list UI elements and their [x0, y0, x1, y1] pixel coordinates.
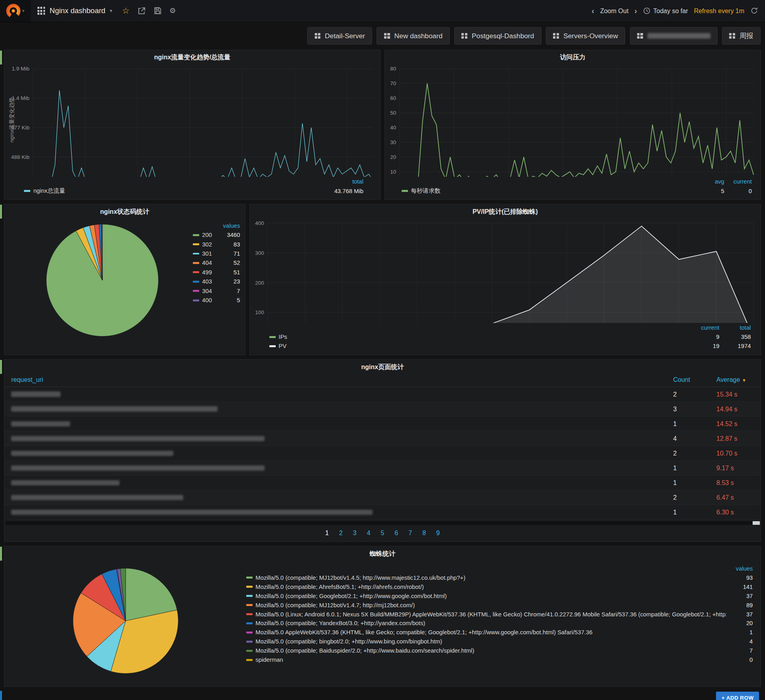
- legend-series-label[interactable]: 403: [193, 278, 220, 285]
- status-codes-legend: values2003460302833017140452499514032330…: [193, 221, 240, 305]
- average-cell: 8.53 s: [710, 475, 761, 490]
- legend-row: Mozilla/5.0 (compatible; bingbot/2.0; +h…: [246, 637, 753, 646]
- panel-title-pressure[interactable]: 访问压力: [385, 50, 761, 64]
- page-link-8[interactable]: 8: [422, 529, 426, 537]
- panel-title-traffic[interactable]: nginx流量变化趋势/总流量: [4, 50, 380, 64]
- star-dashboard-button[interactable]: ☆: [122, 6, 129, 16]
- row-toggle[interactable]: [0, 547, 2, 561]
- time-range-label: Today so far: [653, 7, 688, 15]
- legend-series-label[interactable]: spiderman: [246, 657, 726, 663]
- page-link-7[interactable]: 7: [408, 529, 412, 537]
- legend-column-header[interactable]: values: [726, 565, 753, 572]
- page-link-2[interactable]: 2: [339, 529, 343, 537]
- request-uri-cell[interactable]: [4, 402, 666, 416]
- legend-value: 71: [220, 250, 240, 257]
- save-icon[interactable]: [154, 7, 162, 15]
- legend-series-label[interactable]: Mozilla/5.0 (compatible; MJ12bot/v1.4.7;…: [246, 602, 726, 608]
- legend-column-header[interactable]: avg: [697, 178, 724, 185]
- column-header-request-uri[interactable]: request_uri: [4, 373, 666, 387]
- refresh-icon[interactable]: [750, 7, 758, 15]
- panel-title-status-codes[interactable]: nginx状态码统计: [4, 204, 245, 218]
- scrollbar-thumb[interactable]: [753, 521, 759, 525]
- legend-series-label[interactable]: 304: [193, 288, 220, 294]
- legend-series-label[interactable]: Mozilla/5.0 (Linux; Android 6.0.1; Nexus…: [246, 611, 726, 618]
- status-codes-pie-chart[interactable]: [46, 224, 159, 337]
- legend-series-label[interactable]: nginx总流量: [24, 187, 324, 195]
- row-toggle[interactable]: [0, 51, 2, 65]
- request-uri-cell[interactable]: [4, 431, 666, 446]
- svg-text:40: 40: [390, 125, 396, 131]
- page-link-1[interactable]: 1: [325, 529, 329, 537]
- legend-series-label[interactable]: Mozilla/5.0 AppleWebKit/537.36 (KHTML, l…: [246, 629, 726, 635]
- page-link-4[interactable]: 4: [367, 529, 371, 537]
- dashboard-link-blurred[interactable]: [630, 27, 718, 45]
- legend-series-label[interactable]: 400: [193, 297, 220, 303]
- chevron-right-icon[interactable]: ›: [634, 6, 637, 16]
- legend-color-swatch: [193, 253, 199, 255]
- gear-icon[interactable]: ⚙: [169, 6, 176, 15]
- refresh-interval-button[interactable]: Refresh every 1m: [694, 7, 745, 15]
- legend-row: 2003460: [193, 230, 240, 239]
- traffic-chart[interactable]: 0 b488 Kib977 Kib1.4 Mib1.9 Mib00:0002:0…: [4, 64, 380, 177]
- time-range-picker[interactable]: Today so far: [643, 7, 688, 15]
- legend-color-swatch: [193, 281, 199, 283]
- grafana-logo[interactable]: ▾: [0, 0, 31, 22]
- pvip-chart[interactable]: 010020030040000:0001:0002:0003:0004:0005…: [250, 218, 761, 323]
- legend-series-label[interactable]: PV: [269, 343, 688, 349]
- dashboard-grid-icon: [461, 33, 467, 39]
- page-link-6[interactable]: 6: [394, 529, 398, 537]
- request-uri-cell[interactable]: [4, 446, 666, 461]
- zoom-out-button[interactable]: Zoom Out: [600, 7, 628, 15]
- legend-series-label[interactable]: 每秒请求数: [402, 187, 697, 195]
- dashboard-link-postgesql-dashbord[interactable]: Postgesql-Dashbord: [454, 27, 541, 45]
- panel-title-spider-stats[interactable]: 蜘蛛统计: [4, 546, 761, 560]
- page-link-3[interactable]: 3: [353, 529, 357, 537]
- panel-title-page-stats[interactable]: nginx页面统计: [4, 360, 761, 373]
- column-header-count[interactable]: Count: [666, 373, 710, 387]
- legend-series-label[interactable]: 404: [193, 260, 220, 266]
- request-uri-cell[interactable]: [4, 461, 666, 475]
- request-uri-cell[interactable]: [4, 505, 666, 520]
- legend-column-header[interactable]: current: [688, 325, 719, 331]
- panel-title-pvip[interactable]: PV/IP统计(已排除蜘蛛): [250, 204, 761, 218]
- request-uri-cell[interactable]: [4, 475, 666, 490]
- page-link-9[interactable]: 9: [436, 529, 440, 537]
- legend-series-label[interactable]: Mozilla/5.0 (compatible; Baiduspider/2.0…: [246, 647, 726, 654]
- row-toggle[interactable]: [0, 205, 2, 219]
- dashboard-link-detail-server[interactable]: Detail-Server: [307, 27, 372, 45]
- legend-series-label[interactable]: 301: [193, 250, 220, 257]
- add-row-button[interactable]: + ADD ROW: [716, 692, 759, 700]
- legend-series-label[interactable]: 200: [193, 232, 220, 238]
- legend-series-label[interactable]: Mozilla/5.0 (compatible; AhrefsBot/5.1; …: [246, 584, 726, 590]
- column-header-average[interactable]: Average ▼: [710, 373, 761, 387]
- legend-series-label[interactable]: 302: [193, 241, 220, 248]
- legend-series-label[interactable]: IPs: [269, 334, 688, 340]
- legend-column-header[interactable]: total: [324, 178, 363, 185]
- dashboard-link-周报[interactable]: 周报: [722, 27, 761, 45]
- table-horizontal-scrollbar[interactable]: [5, 521, 759, 525]
- legend-column-header[interactable]: current: [724, 178, 752, 185]
- legend-color-swatch: [246, 613, 253, 615]
- dashboard-link-servers-overview[interactable]: Servers-Overview: [546, 27, 626, 45]
- request-uri-cell[interactable]: [4, 490, 666, 505]
- legend-column-header[interactable]: total: [719, 325, 751, 331]
- legend-series-label[interactable]: Mozilla/5.0 (compatible; MJ12bot/v1.4.5;…: [246, 575, 726, 581]
- page-link-5[interactable]: 5: [381, 529, 384, 537]
- chevron-left-icon[interactable]: ‹: [592, 6, 594, 16]
- legend-series-label[interactable]: Mozilla/5.0 (compatible; Googlebot/2.1; …: [246, 593, 726, 599]
- row-toggle[interactable]: [0, 360, 2, 374]
- legend-value: 7: [220, 288, 240, 294]
- share-icon[interactable]: [137, 7, 146, 15]
- request-uri-cell[interactable]: [4, 387, 666, 402]
- dashboard-link-new-dashboard[interactable]: New dashboard: [377, 27, 449, 45]
- legend-series-label[interactable]: Mozilla/5.0 (compatible; bingbot/2.0; +h…: [246, 638, 726, 645]
- legend-series-label[interactable]: Mozilla/5.0 (compatible; YandexBot/3.0; …: [246, 620, 726, 626]
- legend-column-header[interactable]: values: [220, 223, 240, 229]
- legend-series-label[interactable]: 499: [193, 269, 220, 276]
- spider-pie-chart[interactable]: [73, 568, 179, 674]
- dashboard-title-dropdown[interactable]: Nginx dashboard ▾: [31, 0, 119, 22]
- request-uri-cell[interactable]: [4, 416, 666, 431]
- legend-row: 30283: [193, 240, 240, 249]
- pressure-chart[interactable]: 0102030405060708000:0002:0004:0006:0008:…: [385, 64, 761, 177]
- row-toggle[interactable]: [0, 691, 2, 700]
